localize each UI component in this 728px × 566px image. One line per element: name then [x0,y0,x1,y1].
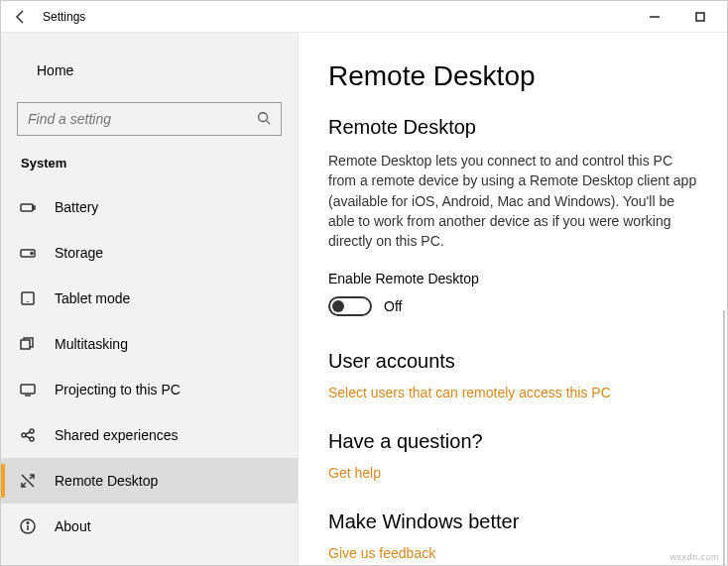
intro-description: Remote Desktop lets you connect to and c… [328,151,703,251]
about-icon [19,517,37,535]
multitasking-icon [19,335,37,353]
storage-icon [19,244,37,262]
sidebar-item-label: Battery [55,199,98,215]
svg-rect-9 [21,385,35,394]
window-buttons [632,1,723,33]
section-label: System [1,156,298,184]
help-heading: Have a question? [328,430,703,453]
main-content: Remote Desktop Remote Desktop Remote Des… [299,33,727,565]
svg-rect-6 [22,292,34,304]
titlebar: Settings [1,1,727,33]
nav-list: Battery Storage Tablet mode Multitasking… [1,184,298,549]
section-intro: Remote Desktop Remote Desktop lets you c… [328,116,703,316]
svg-rect-3 [33,206,35,209]
svg-point-5 [31,253,33,255]
sidebar: Home System Battery Storage Tablet mode [1,33,299,565]
sidebar-item-storage[interactable]: Storage [1,230,298,276]
section-feedback: Make Windows better Give us feedback [328,510,703,561]
window-title: Settings [43,10,85,24]
svg-rect-8 [21,340,30,349]
back-button[interactable] [5,1,37,33]
sidebar-item-label: Storage [55,245,103,261]
select-users-link[interactable]: Select users that can remotely access th… [328,385,703,400]
feedback-heading: Make Windows better [328,510,703,533]
sidebar-item-multitasking[interactable]: Multitasking [1,321,298,367]
projecting-icon [19,381,37,398]
shared-icon [19,426,37,444]
section-users: User accounts Select users that can remo… [328,350,703,400]
sidebar-item-label: Multitasking [55,336,128,352]
sidebar-item-tablet[interactable]: Tablet mode [1,276,298,321]
battery-icon [19,198,37,216]
svg-point-15 [27,522,29,524]
toggle-row: Off [328,296,703,316]
enable-remote-toggle[interactable] [328,296,372,316]
minimize-button[interactable] [632,1,677,33]
sidebar-item-label: Projecting to this PC [55,382,181,397]
sidebar-item-label: Shared experiences [55,427,179,443]
svg-point-10 [22,433,26,437]
section-help: Have a question? Get help [328,430,703,481]
body: Home System Battery Storage Tablet mode [1,33,727,565]
svg-rect-2 [21,204,33,211]
users-heading: User accounts [328,350,703,373]
sidebar-item-label: Tablet mode [55,290,130,306]
maximize-button[interactable] [677,1,723,33]
search-input[interactable] [28,111,257,127]
remote-icon [19,472,37,490]
sidebar-item-label: Remote Desktop [55,473,158,489]
toggle-label: Enable Remote Desktop [328,271,703,286]
home-label: Home [37,62,73,78]
sidebar-item-shared[interactable]: Shared experiences [1,412,298,458]
sidebar-item-battery[interactable]: Battery [1,184,298,230]
toggle-state: Off [384,298,402,314]
feedback-link[interactable]: Give us feedback [328,545,703,561]
search-box[interactable] [17,102,282,136]
watermark: wsxdn.com [669,552,719,562]
toggle-knob [332,300,344,312]
sidebar-item-label: About [55,518,91,534]
home-nav[interactable]: Home [1,51,298,90]
svg-rect-0 [696,13,704,21]
page-title: Remote Desktop [328,60,703,92]
sidebar-item-projecting[interactable]: Projecting to this PC [1,367,298,412]
svg-point-11 [30,429,34,433]
intro-heading: Remote Desktop [328,116,703,139]
search-icon [257,111,271,128]
tablet-icon [19,289,37,307]
sidebar-item-remote-desktop[interactable]: Remote Desktop [1,458,298,504]
svg-point-12 [30,437,34,441]
svg-point-1 [259,112,268,121]
get-help-link[interactable]: Get help [328,465,703,481]
scrollbar[interactable] [723,310,725,565]
sidebar-item-about[interactable]: About [1,504,298,549]
